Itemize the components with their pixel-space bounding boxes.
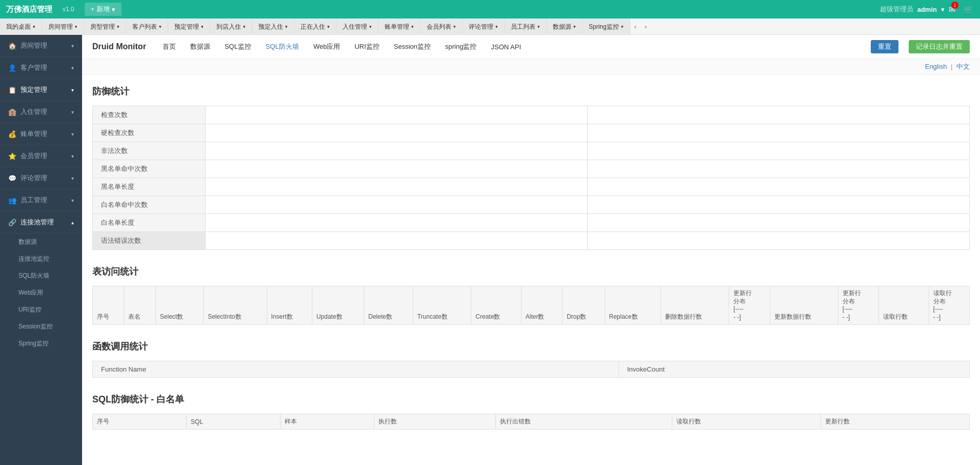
comment-icon: 💬 xyxy=(8,175,16,182)
chevron-down-icon: ▾ xyxy=(71,198,74,203)
druid-nav-web应用[interactable]: Web应用 xyxy=(307,40,347,53)
stat-label: 白名单命中次数 xyxy=(93,196,206,214)
lang-chinese[interactable]: 中文 xyxy=(956,63,970,70)
sidebar-sub-uri监控[interactable]: URI监控 xyxy=(0,301,82,318)
druid-nav-json-api[interactable]: JSON API xyxy=(485,41,527,53)
sidebar-sub-连接池监控[interactable]: 连接池监控 xyxy=(0,250,82,267)
team-icon: 👥 xyxy=(8,197,16,204)
tab-账单管理[interactable]: 账单管理 ▾ xyxy=(378,18,421,35)
lang-english[interactable]: English xyxy=(925,63,947,70)
sidebar-sub-web应用[interactable]: Web应用 xyxy=(0,284,82,301)
sidebar-item-会员管理[interactable]: ⭐ 会员管理 ▾ xyxy=(0,145,82,167)
col-update数: Update数 xyxy=(312,286,364,325)
sidebar-sub-session监控[interactable]: Session监控 xyxy=(0,318,82,335)
stat-value xyxy=(206,196,588,214)
sidebar-sub-spring监控[interactable]: Spring监控 xyxy=(0,335,82,352)
stat-value xyxy=(206,178,588,196)
stat-value xyxy=(206,160,588,178)
col-insert数: Insert数 xyxy=(267,286,312,325)
sidebar: 🏠 房间管理 ▾ 👤 客户管理 ▾ 📋 预定管理 ▾ 🏨 入住管理 ▾ xyxy=(0,35,82,465)
tab-到店入住[interactable]: 到店入住 ▾ xyxy=(210,18,252,35)
col-读取行数: 读取行数 xyxy=(879,286,929,325)
stat-value2 xyxy=(588,142,970,160)
druid-nav-首页[interactable]: 首页 xyxy=(156,40,182,53)
home-icon: 🏠 xyxy=(8,42,16,50)
col-更新行数: 更新行数 xyxy=(821,414,969,430)
stat-value2 xyxy=(588,124,970,142)
sidebar-sub-数据源[interactable]: 数据源 xyxy=(0,234,82,250)
main-content: Druid Monitor 首页 数据源 SQL监控 SQL防火墙 Web应用 … xyxy=(82,35,980,465)
col-select数: Select数 xyxy=(155,286,203,325)
sidebar-item-客户管理[interactable]: 👤 客户管理 ▾ xyxy=(0,57,82,79)
tab-预定入住[interactable]: 预定入住 ▾ xyxy=(252,18,294,35)
druid-nav-session监控[interactable]: Session监控 xyxy=(388,40,437,53)
sidebar-item-预定管理[interactable]: 📋 预定管理 ▾ xyxy=(0,79,82,101)
table-row: 白名单命中次数 xyxy=(93,196,970,214)
sidebar-item-入住管理[interactable]: 🏨 入住管理 ▾ xyxy=(0,101,82,123)
druid-nav-数据源[interactable]: 数据源 xyxy=(184,40,216,53)
druid-nav-spring监控[interactable]: spring监控 xyxy=(439,40,483,53)
col-更新数据行数: 更新数据行数 xyxy=(770,286,838,325)
col-执行数: 执行数 xyxy=(374,414,496,430)
table-row: 黑名单长度 xyxy=(93,178,970,196)
star-icon: ⭐ xyxy=(8,152,16,160)
col-invokecount: InvokeCount xyxy=(619,361,970,378)
tab-数据源[interactable]: 数据源 ▾ xyxy=(547,18,583,35)
stat-value xyxy=(206,124,588,142)
col-function-name: Function Name xyxy=(93,361,619,378)
druid-nav-sql监控[interactable]: SQL监控 xyxy=(218,40,257,53)
chevron-down-icon: ▾ xyxy=(71,176,74,181)
druid-nav-sql防火墙[interactable]: SQL防火墙 xyxy=(259,40,305,53)
tab-房型管理[interactable]: 房型管理 ▾ xyxy=(84,18,126,35)
sidebar-item-账单管理[interactable]: 💰 账单管理 ▾ xyxy=(0,123,82,145)
tab-房间管理[interactable]: 房间管理 ▾ xyxy=(42,18,84,35)
clipboard-icon: 📋 xyxy=(8,86,16,94)
col-读取行分布: 读取行分布[----- -] xyxy=(929,286,970,325)
tab-评论管理[interactable]: 评论管理 ▾ xyxy=(463,18,505,35)
tab-next-icon[interactable]: › xyxy=(641,23,651,30)
cart-icon[interactable]: 🛒 xyxy=(964,5,974,14)
tab-spring监控[interactable]: Spring监控 ▾ xyxy=(583,18,630,35)
col-执行出错数: 执行出错数 xyxy=(495,414,672,430)
stat-value2 xyxy=(588,196,970,214)
sidebar-item-评论管理[interactable]: 💬 评论管理 ▾ xyxy=(0,167,82,189)
sidebar-item-连接池管理[interactable]: 🔗 连接池管理 ▴ xyxy=(0,211,82,234)
tab-我的桌面[interactable]: 我的桌面 ▾ xyxy=(0,18,42,35)
chevron-down-icon[interactable]: ▾ xyxy=(941,6,945,13)
main-layout: 🏠 房间管理 ▾ 👤 客户管理 ▾ 📋 预定管理 ▾ 🏨 入住管理 ▾ xyxy=(0,35,980,465)
chevron-down-icon: ▾ xyxy=(71,131,74,137)
stat-value2 xyxy=(588,232,970,250)
col-replace数: Replace数 xyxy=(605,286,661,325)
func-call-title: 函数调用统计 xyxy=(92,340,970,353)
chevron-down-icon: ▾ xyxy=(369,18,372,35)
tab-会员列表[interactable]: 会员列表 ▾ xyxy=(421,18,463,35)
sql-defense-title: SQL防御统计 - 白名单 xyxy=(92,393,970,405)
chevron-down-icon: ▾ xyxy=(243,18,246,35)
link-icon: 🔗 xyxy=(8,219,16,226)
chevron-down-icon: ▾ xyxy=(495,18,498,35)
chevron-down-icon: ▾ xyxy=(117,18,119,35)
tab-入住管理[interactable]: 入住管理 ▾ xyxy=(336,18,378,35)
sidebar-item-房间管理[interactable]: 🏠 房间管理 ▾ xyxy=(0,35,82,57)
stat-label: 白名单长度 xyxy=(93,214,206,232)
table-row: 硬检查次数 xyxy=(93,124,970,142)
sidebar-item-员工管理[interactable]: 👥 员工管理 ▾ xyxy=(0,189,82,211)
chevron-up-icon: ▴ xyxy=(71,220,74,225)
sidebar-sub-sql防火墙[interactable]: SQL防火墙 xyxy=(0,267,82,284)
new-button[interactable]: + 新增 ▾ xyxy=(85,3,122,16)
chevron-down-icon: ▾ xyxy=(75,18,77,35)
stat-value2 xyxy=(588,178,970,196)
reset-button[interactable]: 重置 xyxy=(871,40,898,53)
reset-log-button[interactable]: 记录日志并重置 xyxy=(909,40,970,53)
druid-nav-uri监控[interactable]: URI监控 xyxy=(348,40,385,53)
tab-prev-icon[interactable]: ‹ xyxy=(630,23,641,30)
mail-icon[interactable]: ✉ 1 xyxy=(949,5,955,14)
tab-正在入住[interactable]: 正在入住 ▾ xyxy=(294,18,336,35)
lang-sep: | xyxy=(951,63,952,70)
chevron-down-icon: ▾ xyxy=(71,153,74,159)
col-更新行分布: 更新行分布[----- -] xyxy=(729,286,770,325)
tab-员工列表[interactable]: 员工列表 ▾ xyxy=(505,18,547,35)
tab-预定管理[interactable]: 预定管理 ▾ xyxy=(168,18,210,35)
table-header-row: Function Name InvokeCount xyxy=(93,361,970,378)
tab-客户列表[interactable]: 客户列表 ▾ xyxy=(126,18,168,35)
